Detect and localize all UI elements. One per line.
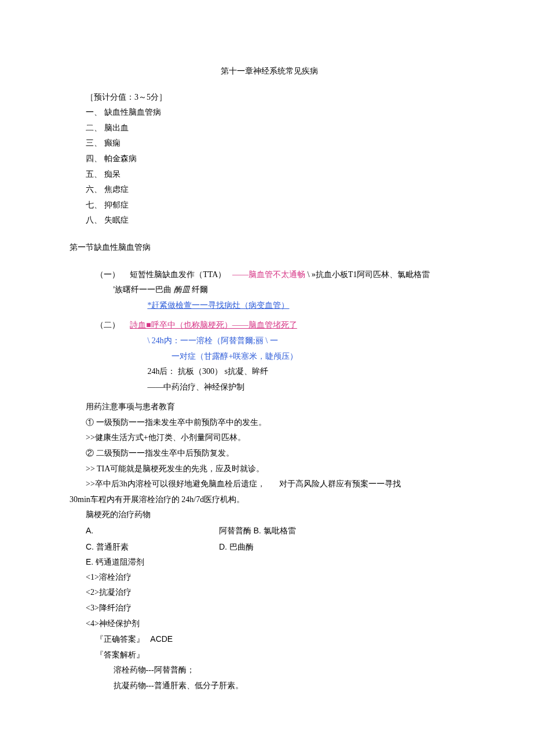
text: 纤爾 <box>192 285 208 294</box>
note-long: >>卒中后3h内溶栓可以很好地避免脑血栓后遗症， 对于高风险人群应有预案一一寻找 <box>70 477 469 492</box>
opt-b-text: B. 氯吡格雷 <box>254 526 296 535</box>
sub1-pink: ——脑血管不太通畅 <box>232 270 305 279</box>
text: '族曙纤一一巴曲 <box>114 285 172 294</box>
sub2-line: 一对症（甘露醇+咲塞米，睫颅压） <box>70 349 469 365</box>
option-c: C. 普通肝素 <box>70 539 203 555</box>
answer-value: ACDE <box>150 634 173 644</box>
explain-line: 溶栓药物---阿替普酶； <box>70 663 469 678</box>
toc-item: 七、 抑郁症 <box>70 198 469 213</box>
note-line: ② 二级预防一一指发生卒中后预防复发。 <box>70 446 469 461</box>
text: 对于高风险人群应有预案一一寻找 <box>279 479 401 488</box>
explain-label: 『答案解析』 <box>70 648 469 663</box>
sub2-line: ——中药治疗、神经保护制 <box>70 380 469 395</box>
option-a: A. <box>70 523 203 539</box>
opt-a-label: A. <box>86 526 93 535</box>
page: 第十一章神经系统常见疾病 ［预计分值：3～5分］ 一、 缺血性脑血管病 二、 脑… <box>0 0 533 756</box>
toc-item: 八、 失眠症 <box>70 213 469 228</box>
label: （一） <box>96 270 120 279</box>
subsection-1: （一） 短暂性脑缺血发作（TTA） ——脑血管不太通畅 \ »抗血小板T1阿司匹… <box>70 267 469 283</box>
sub2-line: 24h后： 抗板（300） s抗凝、眸纤 <box>70 364 469 380</box>
answer-line: 『正确答案』 ACDE <box>70 631 469 648</box>
section-title: 第一节缺血性脑血管病 <box>70 240 469 256</box>
toc-item: 五、 痴呆 <box>70 167 469 183</box>
option-row: A. 阿替普酶 B. 氯吡格雷 <box>70 523 469 539</box>
toc-item: 三、 癫痫 <box>70 136 469 151</box>
text-italic: 酶皿 <box>174 285 190 294</box>
notes-title: 用药注意事项与患者教育 <box>70 399 469 415</box>
subsection-2: （二） 詩血■呼卒中（也称脑梗死）——脑血管堵死了 <box>70 318 469 333</box>
sub2-line: \ 24h内：一一溶栓（阿替普爾;丽 \ 一 <box>70 333 469 349</box>
sub1-head: 短暂性脑缺血发作（TTA） <box>130 270 226 279</box>
q-item: <1>溶栓治疗 <box>70 570 469 586</box>
sub1-tail: \ »抗血小板T1阿司匹林、氯毗格雷 <box>307 270 430 279</box>
sub1-line2: '族曙纤一一巴曲 酶皿 纤爾 <box>70 282 469 298</box>
option-row: C. 普通肝素 D. 巴曲酶 <box>70 539 469 555</box>
note-long-cont: 30min车程内有开展溶栓治疗的 24h/7d医疗机构。 <box>70 492 469 508</box>
toc-item: 二、 脑出血 <box>70 121 469 136</box>
opt-a-text: 阿替普酶 <box>219 526 251 535</box>
text: >>卒中后3h内溶栓可以很好地避免脑血栓后遗症， <box>70 477 265 492</box>
explain-line: 抗凝药物---普通肝素、低分子肝素。 <box>70 678 469 694</box>
chapter-title: 第十一章神经系统常见疾病 <box>70 64 469 79</box>
answer-label: 『正确答案』 <box>96 635 144 644</box>
option-b: 阿替普酶 B. 氯吡格雷 <box>203 523 296 539</box>
option-d: D. 巴曲酶 <box>203 539 254 555</box>
sub1-link-line: *赶紧做檢萱一一寻找病灶（病变血管） <box>70 298 469 314</box>
q-item: <4>神经保护剂 <box>70 616 469 632</box>
note-line: ① 一级预防一一指未发生卒中前预防卒中的发生。 <box>70 415 469 431</box>
q-item: <2>抗凝治疗 <box>70 585 469 601</box>
question-title: 脑梗死的治疗药物 <box>70 507 469 523</box>
blue-text: \ 24h内：一一溶栓（阿替普爾;丽 \ <box>147 336 268 345</box>
sub2-head: 詩血■呼卒中（也称脑梗死）——脑血管堵死了 <box>130 321 297 329</box>
q-item: <3>降纤治疗 <box>70 601 469 616</box>
toc-item: 一、 缺血性脑血管病 <box>70 105 469 121</box>
note-line: >> TIA可能就是脑梗死发生的先兆，应及时就诊。 <box>70 461 469 477</box>
label: （二） <box>96 321 120 329</box>
link-text: *赶紧做檢萱一一寻找病灶（病变血管） <box>147 301 289 310</box>
blue-text: 一 <box>270 336 278 345</box>
toc-item: 六、 焦虑症 <box>70 182 469 198</box>
note-line: >>健康生活方式+他汀类、小剂量阿司匹林。 <box>70 430 469 446</box>
score-note: ［预计分值：3～5分］ <box>70 90 469 106</box>
option-e: E. 钙通道阻滞剂 <box>70 554 469 570</box>
toc-item: 四、 帕金森病 <box>70 151 469 167</box>
